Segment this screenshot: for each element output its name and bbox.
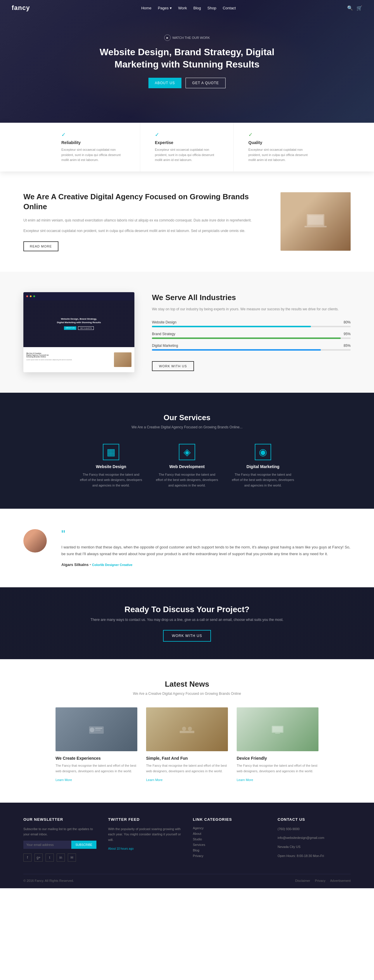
copyright-text: © 2016 Fancy. All Rights Reserved. — [23, 879, 74, 882]
industries-heading: We Serve All Industries — [152, 293, 351, 302]
disclaimer-link[interactable]: Disclaimer — [295, 879, 310, 882]
footer-link-blog[interactable]: Blog — [193, 848, 266, 852]
svg-point-9 — [188, 727, 192, 731]
skill-fill-marketing — [152, 349, 321, 351]
newsletter-subscribe-button[interactable]: SUBSCRIBE — [71, 841, 96, 849]
cta-work-button[interactable]: WORK WITH US — [163, 630, 211, 642]
social-googleplus[interactable]: g+ — [35, 853, 43, 862]
play-icon[interactable]: ▶ — [164, 35, 170, 41]
about-image — [280, 192, 351, 251]
feature-quality-title: Quality — [248, 140, 313, 145]
nav-item-home[interactable]: Home — [141, 5, 151, 11]
services-section: Our Services We Are a Creative Digital A… — [0, 393, 374, 509]
social-email[interactable]: ✉ — [68, 853, 76, 862]
nav-item-work[interactable]: Work — [178, 5, 187, 11]
svg-rect-7 — [180, 731, 194, 733]
news-image-3 — [237, 707, 318, 751]
devices-icon — [269, 724, 286, 735]
avatar-image — [23, 529, 47, 552]
service-website-title: Website Design — [79, 464, 143, 469]
newsletter-heading: Our Newsletter — [23, 817, 96, 822]
svg-rect-5 — [95, 728, 102, 729]
twitter-time: About 10 hours ago — [108, 846, 181, 851]
website-design-icon: ▦ — [103, 444, 119, 460]
industries-description: We stay on top of our industry by being … — [152, 306, 351, 312]
skill-website-design: Website Design 80% — [152, 320, 351, 327]
digital-marketing-icon: ◉ — [255, 444, 271, 460]
footer-link-privacy[interactable]: Privacy — [193, 854, 266, 858]
about-us-button[interactable]: ABOUT US — [148, 78, 181, 88]
feature-reliability: ✓ Reliability Excepteur sint occaecat cu… — [47, 123, 140, 172]
news-title-3: Device Friendly — [237, 756, 318, 760]
news-image-2 — [146, 707, 228, 751]
nav-logo[interactable]: fancy — [12, 4, 30, 12]
links-list: Agency About Studio Services Blog Privac… — [193, 826, 266, 858]
news-image-inner-2 — [146, 707, 228, 751]
newsletter-email-input[interactable] — [23, 841, 71, 849]
footer-link-studio[interactable]: Studio — [193, 837, 266, 841]
service-webdev-desc: The Fancy that recognise the talent and … — [155, 472, 219, 488]
nav-item-contact[interactable]: Contact — [223, 5, 236, 11]
about-paragraph-2: Excepteur sint occaecat cupidatat non pr… — [23, 228, 263, 234]
cta-description: There are many ways to contact us. You m… — [23, 618, 351, 622]
industries-text-block: We Serve All Industries We stay on top o… — [152, 293, 351, 371]
skills-container: Website Design 80% Brand Strategy 95% — [152, 320, 351, 351]
news-desc-3: The Fancy that recognise the talent and … — [237, 763, 318, 774]
social-facebook[interactable]: f — [23, 853, 32, 862]
footer-link-services[interactable]: Services — [193, 843, 266, 846]
quality-icon: ✓ — [248, 132, 313, 138]
hero-watch-button[interactable]: ▶ WATCH THE OUR WORK — [164, 35, 210, 41]
testimonial-section: " I wanted to mention that these days, w… — [0, 509, 374, 588]
newsletter-form: SUBSCRIBE — [23, 841, 96, 849]
services-subtitle: We Are a Creative Digital Agency Focused… — [23, 425, 351, 429]
contact-heading: Contact Us — [278, 817, 351, 822]
social-twitter[interactable]: t — [46, 853, 54, 862]
footer-link-agency[interactable]: Agency — [193, 826, 266, 830]
news-card-2: Simple, Fast And Fun The Fancy that reco… — [146, 707, 228, 782]
news-title-2: Simple, Fast And Fun — [146, 756, 228, 760]
news-section: Latest News We Are a Creative Digital Ag… — [0, 659, 374, 802]
svg-rect-12 — [275, 733, 280, 734]
news-link-3[interactable]: Learn More — [237, 778, 253, 782]
work-with-us-button[interactable]: WORK WITH US — [152, 361, 194, 371]
advertisement-link[interactable]: Advertisement — [330, 879, 351, 882]
news-link-2[interactable]: Learn More — [146, 778, 162, 782]
footer-link-about[interactable]: About — [193, 832, 266, 835]
skill-digital-marketing: Digital Marketing 85% — [152, 344, 351, 351]
feature-quality-desc: Excepteur sint occaecat cupidatat non pr… — [248, 147, 313, 163]
privacy-link[interactable]: Privacy — [315, 879, 326, 882]
cta-heading: Ready To Discuss Your Project? — [23, 605, 351, 614]
nav-item-pages[interactable]: Pages ▾ — [158, 5, 172, 11]
skill-brand-strategy: Brand Strategy 95% — [152, 332, 351, 339]
search-icon[interactable]: 🔍 — [347, 5, 353, 11]
cart-icon[interactable]: 🛒 — [356, 5, 362, 11]
testimonial-content: " I wanted to mention that these days, w… — [61, 529, 351, 567]
about-paragraph-1: Ut enim ad minim veniam, quis nostrud ex… — [23, 217, 263, 224]
services-grid: ▦ Website Design The Fancy that recognis… — [23, 444, 351, 488]
services-heading: Our Services — [23, 413, 351, 422]
mockup-dot-yellow — [30, 295, 32, 297]
contact-address: Nevada City US — [278, 844, 351, 850]
social-linkedin[interactable]: in — [57, 853, 65, 862]
nav-item-shop[interactable]: Shop — [207, 5, 216, 11]
svg-rect-1 — [308, 215, 323, 225]
news-grid: We Create Experiences The Fancy that rec… — [23, 707, 351, 782]
mockup-content-area: We Are A CreativeDigital Agency Focused … — [23, 347, 134, 372]
twitter-heading: Twitter Feed — [108, 817, 181, 822]
links-heading: Link Categories — [193, 817, 266, 822]
twitter-content: With the popularity of podcast soaring g… — [108, 826, 181, 843]
feature-expertise: ✓ Expertise Excepteur sint occaecat cupi… — [140, 123, 234, 172]
news-link-1[interactable]: Learn More — [56, 778, 72, 782]
svg-rect-2 — [304, 226, 327, 228]
get-quote-button[interactable]: GET A QUOTE — [186, 78, 226, 88]
nav-item-blog[interactable]: Blog — [193, 5, 201, 11]
about-text-block: We Are A Creative Digital Agency Focused… — [23, 192, 263, 251]
read-more-button[interactable]: READ MORE — [23, 241, 59, 251]
hero-section: ▶ WATCH THE OUR WORK Website Design, Bra… — [0, 0, 374, 123]
news-image-inner-1 — [56, 707, 137, 751]
navigation: fancy Home Pages ▾ Work Blog Shop Contac… — [0, 0, 374, 16]
mockup-hero-area: Website Design, Brand Strategy,Digital M… — [23, 301, 134, 347]
news-desc-2: The Fancy that recognise the talent and … — [146, 763, 228, 774]
social-links: f g+ t in ✉ — [23, 853, 96, 862]
hero-heading: Website Design, Brand Strategy, Digital … — [99, 46, 275, 70]
